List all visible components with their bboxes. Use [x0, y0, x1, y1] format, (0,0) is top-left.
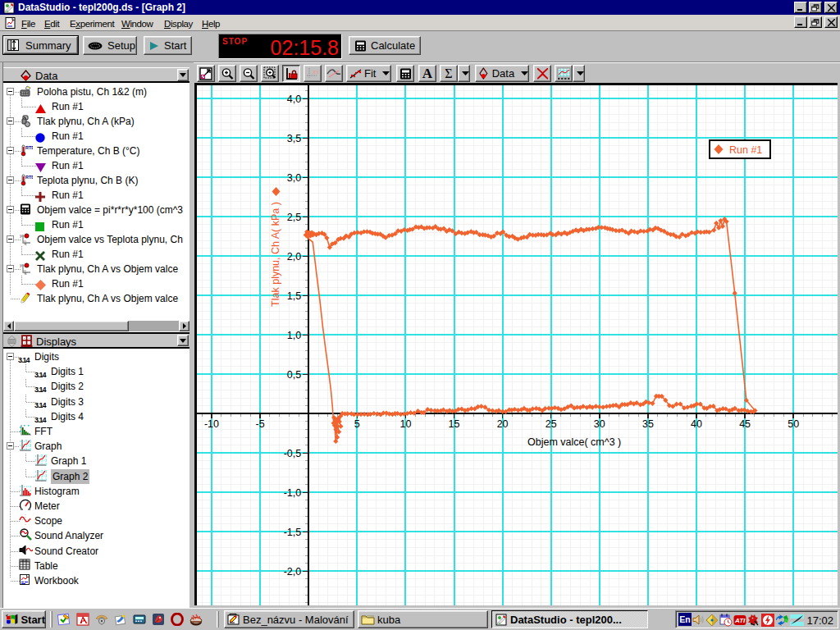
svg-text:0,5: 0,5 — [287, 369, 301, 381]
svg-text:-10: -10 — [204, 418, 219, 430]
svg-text:-1,5: -1,5 — [284, 527, 302, 538]
svg-text:ATI: ATI — [734, 617, 746, 624]
svg-text:25: 25 — [546, 418, 557, 430]
svg-text:-5: -5 — [256, 418, 265, 430]
svg-text:-1,0: -1,0 — [284, 487, 302, 499]
svg-text:40: 40 — [691, 418, 702, 430]
svg-text:20: 20 — [497, 418, 509, 430]
svg-text:5: 5 — [354, 418, 360, 430]
svg-text:2,0: 2,0 — [287, 251, 301, 262]
svg-text:XY: XY — [313, 70, 319, 75]
svg-text:35: 35 — [642, 418, 654, 430]
svg-text:50: 50 — [788, 418, 799, 430]
svg-text:30: 30 — [594, 418, 605, 430]
svg-text:4,0: 4,0 — [287, 94, 301, 105]
svg-text:2,5: 2,5 — [287, 212, 301, 223]
svg-text:Tlak plynu, Ch A( kPa ): Tlak plynu, Ch A( kPa ) — [270, 202, 281, 307]
svg-text:3,5: 3,5 — [287, 133, 301, 144]
svg-text:45: 45 — [739, 418, 751, 430]
svg-text:-2,0: -2,0 — [284, 566, 302, 578]
svg-text:1,0: 1,0 — [287, 330, 301, 341]
svg-text:Run #1: Run #1 — [729, 144, 762, 156]
svg-text:15: 15 — [449, 418, 460, 430]
svg-text:10: 10 — [399, 418, 411, 430]
svg-text:3,0: 3,0 — [287, 172, 301, 184]
svg-text:Objem valce( cm^3 ): Objem valce( cm^3 ) — [527, 436, 621, 448]
svg-text:1,5: 1,5 — [287, 290, 301, 302]
svg-text:-0,5: -0,5 — [284, 448, 302, 459]
